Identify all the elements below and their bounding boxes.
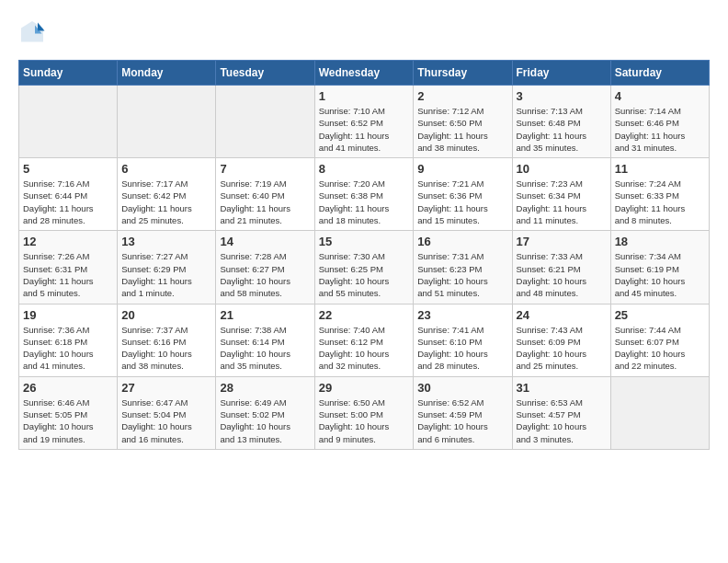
- day-number: 24: [517, 308, 607, 322]
- calendar-week-1: 1Sunrise: 7:10 AM Sunset: 6:52 PM Daylig…: [19, 86, 710, 158]
- day-number: 21: [220, 308, 310, 322]
- day-info: Sunrise: 7:34 AM Sunset: 6:19 PM Dayligh…: [615, 250, 705, 299]
- calendar-cell: 12Sunrise: 7:26 AM Sunset: 6:31 PM Dayli…: [19, 231, 118, 304]
- day-info: Sunrise: 7:14 AM Sunset: 6:46 PM Dayligh…: [615, 105, 705, 154]
- calendar-cell: 13Sunrise: 7:27 AM Sunset: 6:29 PM Dayli…: [118, 231, 216, 304]
- day-info: Sunrise: 6:52 AM Sunset: 4:59 PM Dayligh…: [417, 396, 507, 445]
- calendar-cell: 4Sunrise: 7:14 AM Sunset: 6:46 PM Daylig…: [610, 86, 709, 158]
- calendar-cell: 29Sunrise: 6:50 AM Sunset: 5:00 PM Dayli…: [314, 376, 414, 449]
- day-number: 2: [417, 89, 507, 103]
- day-number: 19: [23, 308, 113, 322]
- day-number: 30: [417, 381, 507, 395]
- calendar-cell: 9Sunrise: 7:21 AM Sunset: 6:36 PM Daylig…: [414, 158, 512, 231]
- day-header-thursday: Thursday: [414, 61, 512, 86]
- day-info: Sunrise: 7:21 AM Sunset: 6:36 PM Dayligh…: [417, 178, 507, 226]
- day-header-monday: Monday: [118, 61, 216, 86]
- day-number: 29: [319, 381, 410, 395]
- day-info: Sunrise: 7:27 AM Sunset: 6:29 PM Dayligh…: [121, 250, 211, 299]
- calendar-cell: 31Sunrise: 6:53 AM Sunset: 4:57 PM Dayli…: [512, 376, 610, 449]
- page-header: [18, 18, 710, 46]
- day-info: Sunrise: 7:24 AM Sunset: 6:33 PM Dayligh…: [615, 178, 705, 226]
- calendar-week-3: 12Sunrise: 7:26 AM Sunset: 6:31 PM Dayli…: [19, 231, 710, 304]
- day-info: Sunrise: 7:20 AM Sunset: 6:38 PM Dayligh…: [319, 178, 410, 226]
- calendar-cell: [19, 86, 118, 158]
- day-number: 13: [121, 235, 211, 248]
- day-number: 9: [417, 162, 507, 176]
- day-info: Sunrise: 7:43 AM Sunset: 6:09 PM Dayligh…: [517, 324, 607, 373]
- calendar-cell: [216, 86, 314, 158]
- day-info: Sunrise: 7:17 AM Sunset: 6:42 PM Dayligh…: [121, 178, 211, 226]
- calendar-cell: 26Sunrise: 6:46 AM Sunset: 5:05 PM Dayli…: [19, 376, 118, 449]
- calendar-cell: 28Sunrise: 6:49 AM Sunset: 5:02 PM Dayli…: [216, 376, 314, 449]
- day-header-tuesday: Tuesday: [216, 61, 314, 86]
- calendar-week-2: 5Sunrise: 7:16 AM Sunset: 6:44 PM Daylig…: [19, 158, 710, 231]
- day-info: Sunrise: 7:31 AM Sunset: 6:23 PM Dayligh…: [417, 250, 507, 299]
- day-number: 6: [121, 162, 211, 176]
- day-number: 11: [615, 162, 705, 176]
- calendar-cell: 1Sunrise: 7:10 AM Sunset: 6:52 PM Daylig…: [314, 86, 414, 158]
- calendar-cell: 7Sunrise: 7:19 AM Sunset: 6:40 PM Daylig…: [216, 158, 314, 231]
- calendar-cell: 30Sunrise: 6:52 AM Sunset: 4:59 PM Dayli…: [414, 376, 512, 449]
- day-number: 10: [517, 162, 607, 176]
- day-info: Sunrise: 7:12 AM Sunset: 6:50 PM Dayligh…: [417, 105, 507, 154]
- day-info: Sunrise: 7:28 AM Sunset: 6:27 PM Dayligh…: [220, 250, 310, 299]
- logo: [18, 18, 50, 46]
- day-info: Sunrise: 6:49 AM Sunset: 5:02 PM Dayligh…: [220, 396, 310, 445]
- day-header-sunday: Sunday: [19, 61, 118, 86]
- calendar-table: SundayMondayTuesdayWednesdayThursdayFrid…: [18, 60, 710, 450]
- day-number: 5: [23, 162, 113, 176]
- day-header-wednesday: Wednesday: [314, 61, 414, 86]
- calendar-cell: 15Sunrise: 7:30 AM Sunset: 6:25 PM Dayli…: [314, 231, 414, 304]
- day-info: Sunrise: 7:26 AM Sunset: 6:31 PM Dayligh…: [23, 250, 113, 299]
- day-info: Sunrise: 6:50 AM Sunset: 5:00 PM Dayligh…: [319, 396, 410, 445]
- day-info: Sunrise: 7:13 AM Sunset: 6:48 PM Dayligh…: [517, 105, 607, 154]
- calendar-cell: 14Sunrise: 7:28 AM Sunset: 6:27 PM Dayli…: [216, 231, 314, 304]
- logo-icon: [18, 18, 46, 46]
- day-info: Sunrise: 7:44 AM Sunset: 6:07 PM Dayligh…: [615, 324, 705, 373]
- day-info: Sunrise: 7:36 AM Sunset: 6:18 PM Dayligh…: [23, 324, 113, 373]
- day-number: 22: [319, 308, 410, 322]
- day-number: 15: [319, 235, 410, 248]
- calendar-cell: 5Sunrise: 7:16 AM Sunset: 6:44 PM Daylig…: [19, 158, 118, 231]
- day-number: 1: [319, 89, 410, 103]
- day-number: 31: [517, 381, 607, 395]
- day-info: Sunrise: 7:19 AM Sunset: 6:40 PM Dayligh…: [220, 178, 310, 226]
- calendar-cell: [610, 376, 709, 449]
- calendar-cell: 25Sunrise: 7:44 AM Sunset: 6:07 PM Dayli…: [610, 304, 709, 376]
- day-number: 18: [615, 235, 705, 248]
- day-info: Sunrise: 7:30 AM Sunset: 6:25 PM Dayligh…: [319, 250, 410, 299]
- day-info: Sunrise: 7:10 AM Sunset: 6:52 PM Dayligh…: [319, 105, 410, 154]
- day-info: Sunrise: 6:53 AM Sunset: 4:57 PM Dayligh…: [517, 396, 607, 445]
- calendar-cell: 21Sunrise: 7:38 AM Sunset: 6:14 PM Dayli…: [216, 304, 314, 376]
- day-info: Sunrise: 7:16 AM Sunset: 6:44 PM Dayligh…: [23, 178, 113, 226]
- svg-marker-1: [38, 23, 45, 31]
- calendar-cell: 3Sunrise: 7:13 AM Sunset: 6:48 PM Daylig…: [512, 86, 610, 158]
- day-info: Sunrise: 7:37 AM Sunset: 6:16 PM Dayligh…: [121, 324, 211, 373]
- calendar-cell: 27Sunrise: 6:47 AM Sunset: 5:04 PM Dayli…: [118, 376, 216, 449]
- day-number: 4: [615, 89, 705, 103]
- calendar-header-row: SundayMondayTuesdayWednesdayThursdayFrid…: [19, 61, 710, 86]
- calendar-week-4: 19Sunrise: 7:36 AM Sunset: 6:18 PM Dayli…: [19, 304, 710, 376]
- calendar-cell: 20Sunrise: 7:37 AM Sunset: 6:16 PM Dayli…: [118, 304, 216, 376]
- day-number: 17: [517, 235, 607, 248]
- day-header-friday: Friday: [512, 61, 610, 86]
- day-number: 7: [220, 162, 310, 176]
- calendar-cell: 11Sunrise: 7:24 AM Sunset: 6:33 PM Dayli…: [610, 158, 709, 231]
- calendar-week-5: 26Sunrise: 6:46 AM Sunset: 5:05 PM Dayli…: [19, 376, 710, 449]
- calendar-cell: 22Sunrise: 7:40 AM Sunset: 6:12 PM Dayli…: [314, 304, 414, 376]
- day-number: 20: [121, 308, 211, 322]
- calendar-cell: [118, 86, 216, 158]
- calendar-cell: 16Sunrise: 7:31 AM Sunset: 6:23 PM Dayli…: [414, 231, 512, 304]
- calendar-cell: 10Sunrise: 7:23 AM Sunset: 6:34 PM Dayli…: [512, 158, 610, 231]
- day-number: 26: [23, 381, 113, 395]
- day-number: 14: [220, 235, 310, 248]
- calendar-cell: 19Sunrise: 7:36 AM Sunset: 6:18 PM Dayli…: [19, 304, 118, 376]
- calendar-cell: 18Sunrise: 7:34 AM Sunset: 6:19 PM Dayli…: [610, 231, 709, 304]
- day-number: 25: [615, 308, 705, 322]
- day-number: 16: [417, 235, 507, 248]
- calendar-cell: 6Sunrise: 7:17 AM Sunset: 6:42 PM Daylig…: [118, 158, 216, 231]
- calendar-cell: 8Sunrise: 7:20 AM Sunset: 6:38 PM Daylig…: [314, 158, 414, 231]
- day-number: 27: [121, 381, 211, 395]
- day-info: Sunrise: 7:40 AM Sunset: 6:12 PM Dayligh…: [319, 324, 410, 373]
- calendar-cell: 23Sunrise: 7:41 AM Sunset: 6:10 PM Dayli…: [414, 304, 512, 376]
